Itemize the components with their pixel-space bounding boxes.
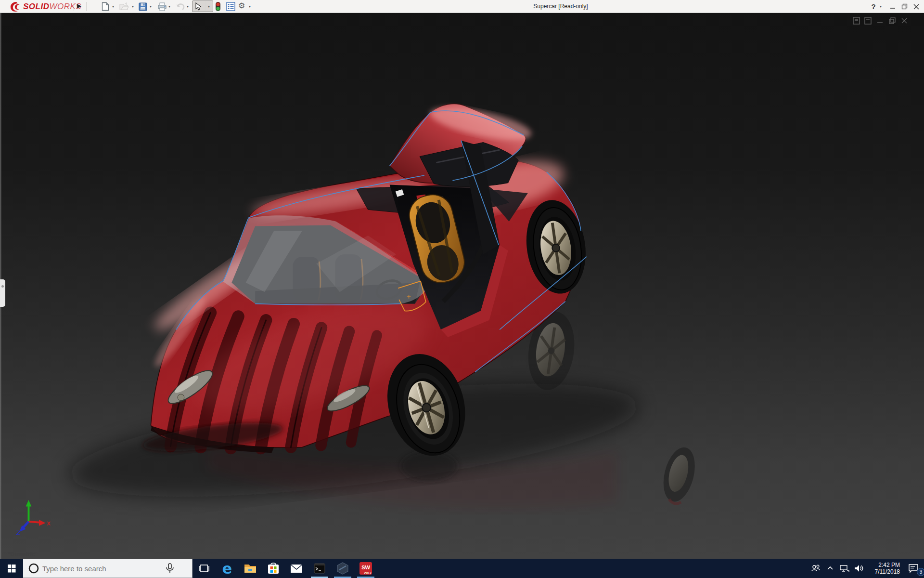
file-properties-button[interactable] [226,1,235,12]
select-dropdown-arrow[interactable]: ▾ [208,4,210,9]
taskbar-app-edge[interactable]: e [216,559,239,578]
chevron-up-icon [827,566,834,571]
new-document-button[interactable] [102,1,109,12]
volume-button[interactable] [852,559,866,578]
system-tray: 2:42 PM 7/11/2018 3 [808,559,924,578]
save-floppy-icon [139,2,147,11]
rebuild-button[interactable] [215,1,221,12]
notification-badge: 3 [917,568,924,576]
file-properties-icon [226,2,235,11]
save-dropdown-arrow[interactable]: ▾ [150,4,152,9]
people-icon [811,564,821,573]
people-button[interactable] [808,559,823,578]
network-icon [840,565,849,573]
cortana-icon [23,563,42,574]
doc-restore-icon [889,18,895,24]
document-title: Supercar [Read-only] [500,3,621,10]
taskbar-app-mail[interactable] [285,559,308,578]
supercar-3d-model[interactable] [0,13,924,559]
restore-button[interactable] [899,0,909,13]
minimize-button[interactable] [888,0,898,13]
microsoft-store-icon [267,562,280,575]
taskbar-app-solidworks-2017[interactable]: SW 2017 [354,559,377,578]
search-input[interactable] [42,565,163,573]
new-document-icon [102,2,109,11]
network-button[interactable] [837,559,852,578]
print-icon [157,2,167,11]
help-dropdown-arrow[interactable]: ▾ [880,4,882,9]
command-prompt-icon [314,563,325,574]
taskbar-app-edrawings[interactable] [331,559,354,578]
feature-manager-collapsed-tab[interactable] [0,279,5,307]
print-button[interactable] [157,1,167,12]
orientation-triad [16,500,50,535]
restore-icon [901,3,908,10]
solidworks-screen: SOLIDWORKS ▶ ▾ ▾ [0,0,924,578]
edge-icon: e [222,560,232,577]
taskbar-app-microsoft-store[interactable] [262,559,285,578]
view-orientation-label: *Dimetric [8,551,35,558]
undo-icon [176,2,185,11]
print-dropdown-arrow[interactable]: ▾ [168,4,170,9]
new-dropdown-arrow[interactable]: ▾ [112,4,114,9]
open-dropdown-arrow[interactable]: ▾ [132,4,134,9]
close-button[interactable] [911,0,921,13]
edrawings-hexagon-icon [336,562,349,575]
separator [205,1,206,11]
document-b-icon [865,17,871,24]
file-explorer-icon [244,563,257,574]
taskbar-clock[interactable]: 2:42 PM 7/11/2018 [866,562,900,575]
microphone-icon[interactable] [163,563,177,574]
minimize-icon [890,4,896,10]
doc-close-icon [902,18,907,23]
close-icon [913,4,919,10]
task-view-button[interactable] [192,559,216,578]
titlebar: SOLIDWORKS ▶ ▾ ▾ [0,0,924,13]
solidworks-2017-icon: SW 2017 [359,562,372,575]
options-gear-icon: ⚙ [238,1,245,10]
select-cursor-icon [195,2,202,11]
solidworks-logo: SOLIDWORKS [9,1,81,12]
save-button[interactable] [139,1,147,12]
tray-date: 7/11/2018 [866,568,900,575]
graphics-viewport[interactable]: *Dimetric [0,13,924,559]
mail-icon [290,564,303,573]
taskbar-search[interactable] [23,559,192,578]
panel-tab-dot [1,285,4,288]
document-window-controls [852,15,919,26]
taskbar-app-command-prompt[interactable] [308,559,331,578]
brand-solid: SOLID [23,2,49,12]
tray-time: 2:42 PM [866,562,900,568]
options-dropdown-arrow[interactable]: ▾ [249,4,251,9]
undo-button[interactable] [176,1,185,12]
rebuild-traffic-light-icon [215,1,221,12]
tray-overflow-button[interactable] [823,559,837,578]
task-view-icon [199,564,209,573]
taskbar-app-file-explorer[interactable] [239,559,262,578]
start-button[interactable] [0,559,23,578]
taskbar: e [0,559,924,578]
volume-icon [854,565,864,572]
select-tool-button[interactable] [195,1,202,12]
open-button[interactable] [119,1,129,12]
options-button[interactable]: ⚙ [238,0,245,11]
undo-dropdown-arrow[interactable]: ▾ [187,4,189,9]
help-button[interactable]: ? [869,0,878,13]
windows-logo-icon [8,565,16,573]
separator [86,2,87,11]
separator [74,2,74,11]
menu-flyout-arrow[interactable]: ▶ [77,2,81,9]
ds-3s-logo-icon [9,1,21,13]
action-center-button[interactable]: 3 [903,559,924,578]
open-folder-icon [119,2,129,11]
